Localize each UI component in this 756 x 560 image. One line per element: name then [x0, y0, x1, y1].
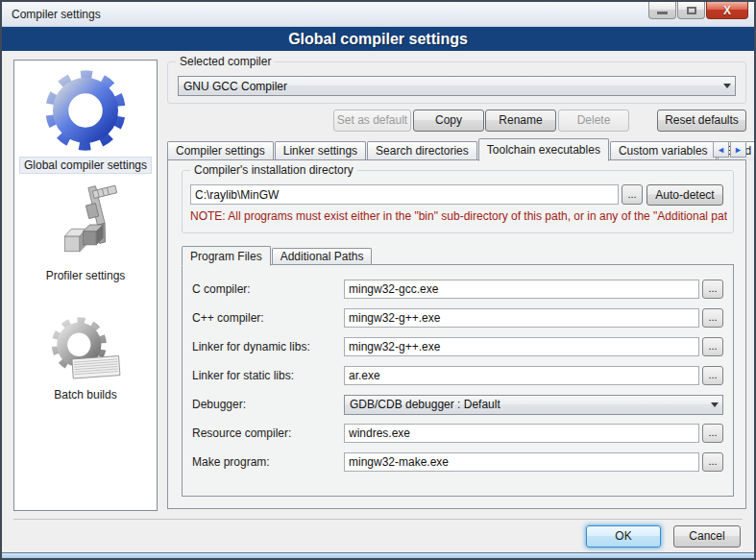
compiler-buttons-row: Set as default Copy Rename Delete Reset … — [165, 110, 748, 132]
field-row-c-compiler: C compiler: ... — [192, 279, 723, 300]
program-tabs: Program Files Additional Paths — [182, 245, 373, 265]
compiler-select[interactable]: GNU GCC Compiler — [178, 76, 736, 96]
tab-additional-paths[interactable]: Additional Paths — [272, 248, 373, 265]
window-bottom-frame — [2, 552, 754, 558]
sidebar-item-profiler-settings[interactable]: Profiler settings — [42, 183, 130, 283]
compiler-settings-dialog: Compiler settings X Global compiler sett… — [0, 0, 756, 560]
browse-button[interactable]: ... — [702, 308, 723, 328]
tab-scroll-left-button[interactable]: ◄ — [713, 141, 729, 158]
browse-button[interactable]: ... — [702, 366, 723, 385]
maximize-button[interactable] — [677, 2, 705, 19]
field-label: Make program: — [192, 455, 344, 469]
auto-detect-button[interactable]: Auto-detect — [646, 184, 723, 206]
selected-compiler-group: Selected compiler GNU GCC Compiler — [167, 61, 746, 104]
blue-gear-icon — [41, 66, 130, 155]
sidebar-item-batch-builds[interactable]: Batch builds — [45, 312, 126, 402]
toolchain-executables-panel: Compiler's installation directory ... Au… — [167, 159, 746, 509]
chevron-down-icon — [707, 402, 722, 407]
field-label: Linker for static libs: — [192, 369, 344, 382]
field-label: C++ compiler: — [192, 311, 344, 325]
browse-button[interactable]: ... — [702, 280, 723, 299]
sidebar-item-global-compiler-settings[interactable]: Global compiler settings — [19, 66, 152, 174]
close-button[interactable]: X — [706, 2, 748, 19]
debugger-select[interactable]: GDB/CDB debugger : Default — [344, 395, 723, 415]
installation-directory-label: Compiler's installation directory — [190, 163, 357, 177]
dynamic-linker-input[interactable] — [344, 337, 699, 356]
static-linker-input[interactable] — [344, 366, 699, 385]
window-titlebar[interactable]: Compiler settings X — [2, 2, 754, 27]
settings-tabstrip: Compiler settings Linker settings Search… — [167, 137, 746, 160]
tab-scroll-buttons: ◄ ► — [713, 141, 746, 158]
sidebar-item-label: Batch builds — [50, 387, 120, 402]
window-title: Compiler settings — [12, 2, 101, 27]
close-icon: X — [723, 4, 731, 17]
set-as-default-button[interactable]: Set as default — [333, 110, 411, 132]
browse-button[interactable]: ... — [702, 424, 723, 443]
tab-search-directories[interactable]: Search directories — [367, 141, 477, 160]
maximize-icon — [687, 7, 696, 14]
program-files-panel: C compiler: ... C++ compiler: ... Linker… — [182, 264, 734, 497]
tab-linker-settings[interactable]: Linker settings — [275, 141, 366, 160]
chevron-down-icon — [719, 84, 735, 88]
field-label: Debugger: — [192, 398, 344, 411]
selected-compiler-label: Selected compiler — [176, 55, 275, 68]
sidebar-item-label: Profiler settings — [42, 268, 130, 283]
footer-divider — [13, 519, 743, 520]
gray-gear-papers-icon — [45, 312, 126, 385]
sidebar-item-label: Global compiler settings — [19, 157, 152, 174]
c-compiler-input[interactable] — [344, 280, 699, 299]
reset-defaults-button[interactable]: Reset defaults — [657, 110, 746, 132]
field-label: Resource compiler: — [192, 426, 344, 440]
resource-compiler-input[interactable] — [344, 424, 699, 443]
rename-button[interactable]: Rename — [485, 110, 556, 132]
window-controls: X — [647, 2, 748, 19]
page-title: Global compiler settings — [2, 27, 754, 51]
field-row-make-program: Make program: ... — [192, 451, 723, 473]
field-label: Linker for dynamic libs: — [192, 340, 344, 353]
field-label: C compiler: — [192, 282, 344, 296]
field-row-dynamic-linker: Linker for dynamic libs: ... — [192, 336, 723, 357]
debugger-select-value: GDB/CDB debugger : Default — [345, 398, 707, 411]
make-program-input[interactable] — [344, 452, 699, 472]
installation-directory-row: ... Auto-detect — [190, 184, 723, 205]
installation-directory-group: Compiler's installation directory ... Au… — [182, 170, 734, 233]
footer-buttons: OK Cancel — [2, 523, 754, 548]
copy-button[interactable]: Copy — [413, 110, 484, 132]
caliper-cubes-icon — [48, 183, 123, 266]
installation-directory-input[interactable] — [190, 184, 619, 205]
cpp-compiler-input[interactable] — [344, 308, 699, 328]
arrow-left-icon: ◄ — [717, 145, 725, 155]
browse-button[interactable]: ... — [702, 452, 723, 472]
ok-button[interactable]: OK — [586, 525, 661, 548]
tab-scroll-right-button[interactable]: ► — [730, 141, 746, 158]
settings-sidebar: Global compiler settings — [13, 60, 158, 511]
tab-toolchain-executables[interactable]: Toolchain executables — [478, 138, 609, 161]
field-row-debugger: Debugger: GDB/CDB debugger : Default — [192, 394, 723, 415]
field-row-static-linker: Linker for static libs: ... — [192, 365, 723, 386]
minimize-icon — [657, 12, 668, 14]
tab-compiler-settings[interactable]: Compiler settings — [167, 141, 274, 160]
tab-custom-variables[interactable]: Custom variables — [610, 141, 717, 160]
delete-button[interactable]: Delete — [558, 110, 629, 132]
minimize-button[interactable] — [648, 2, 676, 19]
field-row-cpp-compiler: C++ compiler: ... — [192, 307, 723, 329]
dialog-inner: Compiler settings X Global compiler sett… — [2, 2, 754, 558]
note-text: NOTE: All programs must exist either in … — [190, 209, 727, 223]
cancel-button[interactable]: Cancel — [673, 525, 741, 548]
browse-button[interactable]: ... — [702, 337, 723, 356]
arrow-right-icon: ► — [734, 145, 743, 155]
main-content: Selected compiler GNU GCC Compiler Set a… — [165, 50, 748, 513]
tab-program-files[interactable]: Program Files — [182, 246, 271, 266]
compiler-select-value: GNU GCC Compiler — [179, 80, 719, 93]
browse-directory-button[interactable]: ... — [622, 184, 643, 205]
field-row-resource-compiler: Resource compiler: ... — [192, 423, 723, 444]
